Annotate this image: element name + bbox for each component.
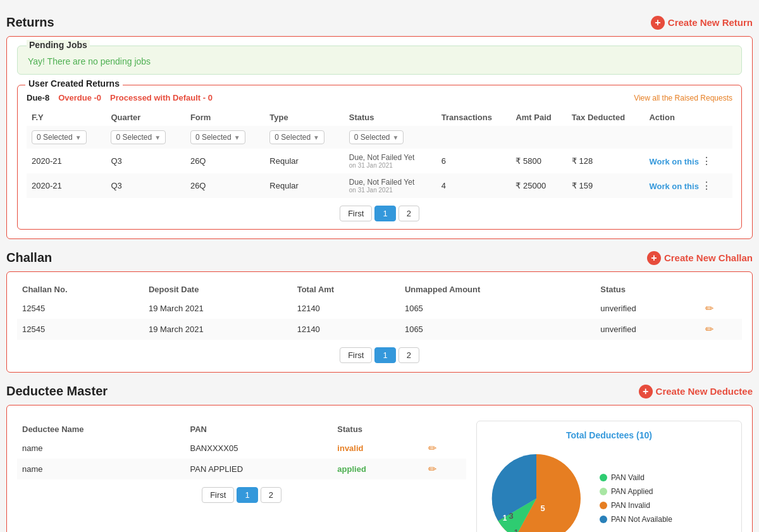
col-fy: F.Y: [27, 109, 106, 126]
tab-overdue[interactable]: Overdue -0: [58, 93, 101, 102]
deductee-col-name: Deductee Name: [17, 421, 185, 438]
cell-unmapped: 1065: [400, 319, 595, 340]
cell-deposit-date: 19 March 2021: [144, 298, 292, 319]
deductee-page-first[interactable]: First: [202, 487, 234, 503]
cell-action: Work on this ⋮: [644, 173, 732, 198]
returns-table-row: 2020-21 Q3 26Q Reqular Due, Not Failed Y…: [27, 149, 732, 173]
challan-table: Challan No. Deposit Date Total Amt Unmap…: [17, 281, 742, 340]
cell-quarter: Q3: [106, 149, 185, 173]
challan-table-row: 12545 19 March 2021 12140 1065 unverifie…: [17, 298, 742, 319]
more-options-btn[interactable]: ⋮: [701, 156, 712, 166]
challan-page-1[interactable]: 1: [374, 347, 395, 363]
filter-quarter[interactable]: 0 Selected▼: [111, 130, 166, 144]
challan-col-unmapped: Unmapped Amount: [400, 281, 595, 298]
deductee-pagination: First 1 2: [17, 487, 466, 503]
work-on-this-link[interactable]: Work on this: [649, 157, 698, 166]
chart-title: Total Deductees (10): [486, 430, 732, 440]
cell-tax-deducted: ₹ 128: [567, 149, 645, 173]
legend-pan-invalid: PAN Invalid: [600, 501, 672, 510]
challan-col-date: Deposit Date: [144, 281, 292, 298]
svg-text:5: 5: [540, 504, 545, 513]
view-all-requests[interactable]: View all the Raised Requests: [634, 94, 732, 102]
returns-page-1[interactable]: 1: [374, 206, 395, 221]
user-created-returns-box: User Created Returns Due-8 Overdue -0 Pr…: [17, 85, 742, 230]
deductee-page-1[interactable]: 1: [237, 487, 257, 503]
svg-text:1: 1: [503, 514, 507, 523]
create-deductee-button[interactable]: + Create New Deductee: [639, 385, 753, 399]
challan-title: Challan: [6, 251, 52, 265]
returns-title: Returns: [6, 15, 54, 30]
cell-fy: 2020-21: [27, 173, 106, 198]
cell-deductee-pan: BANXXXX05: [185, 438, 333, 459]
cell-type: Reqular: [264, 173, 343, 198]
cell-amt-paid: ₹ 5800: [510, 149, 566, 173]
deductee-table-row: name BANXXXX05 invalid ✏: [17, 438, 466, 459]
pending-jobs-title: Pending Jobs: [27, 40, 90, 50]
cell-deductee-name: name: [17, 459, 185, 479]
cell-tax-deducted: ₹ 159: [567, 173, 645, 198]
challan-pagination: First 1 2: [17, 347, 742, 363]
cell-quarter: Q3: [106, 173, 185, 198]
cell-unmapped: 1065: [400, 298, 595, 319]
cell-form: 26Q: [185, 173, 264, 198]
cell-transactions: 6: [436, 149, 511, 173]
deductee-chart-wrap: Total Deductees (10): [476, 421, 742, 532]
cell-status: Due, Not Failed Yeton 31 Jan 2021: [344, 149, 436, 173]
col-status: Status: [344, 109, 436, 126]
challan-edit-icon[interactable]: ✏: [705, 303, 713, 314]
cell-amt-paid: ₹ 25000: [510, 173, 566, 198]
deductee-title: Deductee Master: [6, 384, 108, 399]
cell-challan-status: unverified: [595, 298, 700, 319]
create-challan-plus-icon: +: [647, 251, 661, 265]
create-return-button[interactable]: + Create New Return: [651, 16, 753, 30]
cell-action: Work on this ⋮: [644, 149, 732, 173]
pending-jobs-box: Pending Jobs Yay! There are no pending j…: [17, 46, 742, 75]
challan-page-first[interactable]: First: [340, 347, 372, 363]
svg-text:3: 3: [509, 511, 513, 521]
cell-deposit-date: 19 March 2021: [144, 319, 292, 340]
deductee-col-pan: PAN: [185, 421, 333, 438]
col-transactions: Transactions: [436, 109, 511, 126]
col-action: Action: [644, 109, 732, 126]
challan-table-row: 12545 19 March 2021 12140 1065 unverifie…: [17, 319, 742, 340]
deductee-table-row: name PAN APPLIED applied ✏: [17, 459, 466, 479]
filter-type[interactable]: 0 Selected▼: [269, 130, 324, 144]
cell-challan-no: 12545: [17, 319, 144, 340]
deductee-pie-chart: 5 3 1 1: [486, 448, 587, 532]
col-type: Type: [264, 109, 343, 126]
cell-deductee-pan: PAN APPLIED: [185, 459, 333, 479]
returns-table: F.Y Quarter Form Type Status Transaction…: [27, 109, 732, 198]
cell-fy: 2020-21: [27, 149, 106, 173]
filter-fy[interactable]: 0 Selected▼: [32, 130, 87, 144]
returns-page-first[interactable]: First: [340, 206, 372, 221]
legend-dot-applied: [600, 488, 607, 495]
cell-total-amt: 12140: [292, 319, 400, 340]
filter-form[interactable]: 0 Selected▼: [190, 130, 245, 144]
filter-status[interactable]: 0 Selected▼: [349, 130, 404, 144]
cell-type: Reqular: [264, 149, 343, 173]
challan-page-2[interactable]: 2: [398, 347, 419, 363]
more-options-btn[interactable]: ⋮: [701, 180, 712, 191]
create-deductee-plus-icon: +: [639, 385, 653, 399]
cell-challan-status: unverified: [595, 319, 700, 340]
challan-edit-icon[interactable]: ✏: [705, 324, 713, 335]
deductee-edit-icon[interactable]: ✏: [428, 464, 436, 474]
work-on-this-link[interactable]: Work on this: [649, 182, 698, 191]
col-quarter: Quarter: [106, 109, 185, 126]
tab-due[interactable]: Due-8: [27, 93, 49, 102]
cell-transactions: 4: [436, 173, 511, 198]
deductee-table: Deductee Name PAN Status name BANXXXX05 …: [17, 421, 466, 479]
deductee-page-2[interactable]: 2: [261, 487, 281, 503]
challan-col-total: Total Amt: [292, 281, 400, 298]
returns-page-2[interactable]: 2: [398, 206, 419, 221]
svg-text:1: 1: [514, 528, 519, 532]
create-challan-button[interactable]: + Create New Challan: [647, 251, 753, 265]
cell-deductee-status: invalid: [332, 438, 423, 459]
chart-legend: PAN Vaild PAN Applied PAN Invalid P: [600, 473, 672, 524]
cell-deductee-status: applied: [332, 459, 423, 479]
returns-pagination: First 1 2: [27, 206, 732, 221]
deductee-edit-icon[interactable]: ✏: [428, 443, 436, 454]
user-created-returns-title: User Created Returns: [25, 78, 123, 89]
tab-processed[interactable]: Processed with Default - 0: [110, 93, 213, 102]
deductee-col-status: Status: [332, 421, 423, 438]
